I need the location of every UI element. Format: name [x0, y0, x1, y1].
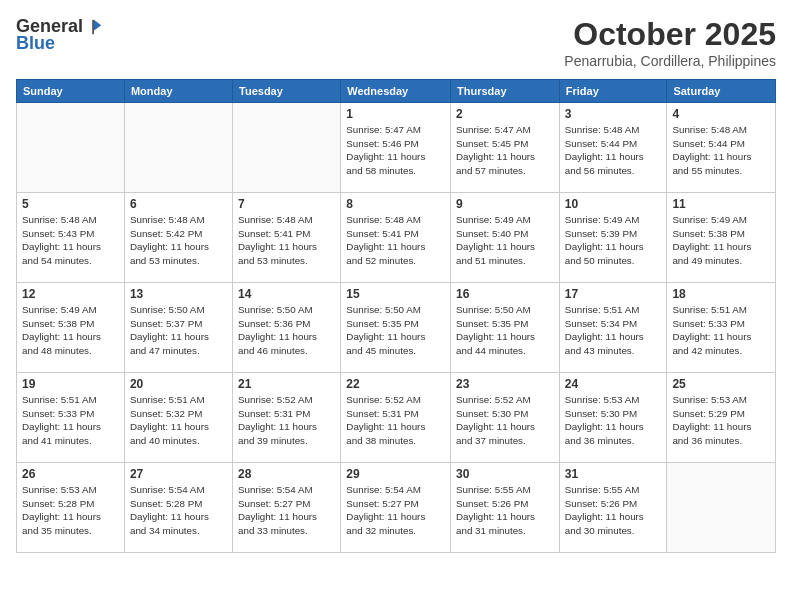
calendar-day-29: 29Sunrise: 5:54 AM Sunset: 5:27 PM Dayli… [341, 463, 451, 553]
calendar-day-4: 4Sunrise: 5:48 AM Sunset: 5:44 PM Daylig… [667, 103, 776, 193]
day-number: 5 [22, 197, 119, 211]
day-info: Sunrise: 5:53 AM Sunset: 5:29 PM Dayligh… [672, 393, 770, 448]
calendar-week-1: 5Sunrise: 5:48 AM Sunset: 5:43 PM Daylig… [17, 193, 776, 283]
day-number: 21 [238, 377, 335, 391]
day-info: Sunrise: 5:47 AM Sunset: 5:46 PM Dayligh… [346, 123, 445, 178]
weekday-header-monday: Monday [124, 80, 232, 103]
day-number: 24 [565, 377, 662, 391]
calendar-week-0: 1Sunrise: 5:47 AM Sunset: 5:46 PM Daylig… [17, 103, 776, 193]
day-info: Sunrise: 5:52 AM Sunset: 5:31 PM Dayligh… [238, 393, 335, 448]
day-info: Sunrise: 5:50 AM Sunset: 5:35 PM Dayligh… [456, 303, 554, 358]
day-info: Sunrise: 5:51 AM Sunset: 5:32 PM Dayligh… [130, 393, 227, 448]
day-number: 13 [130, 287, 227, 301]
calendar-day-2: 2Sunrise: 5:47 AM Sunset: 5:45 PM Daylig… [451, 103, 560, 193]
calendar-day-21: 21Sunrise: 5:52 AM Sunset: 5:31 PM Dayli… [233, 373, 341, 463]
weekday-header-tuesday: Tuesday [233, 80, 341, 103]
day-info: Sunrise: 5:48 AM Sunset: 5:41 PM Dayligh… [346, 213, 445, 268]
calendar-day-25: 25Sunrise: 5:53 AM Sunset: 5:29 PM Dayli… [667, 373, 776, 463]
location: Penarrubia, Cordillera, Philippines [564, 53, 776, 69]
svg-marker-0 [94, 19, 101, 30]
calendar-day-empty [667, 463, 776, 553]
day-info: Sunrise: 5:52 AM Sunset: 5:30 PM Dayligh… [456, 393, 554, 448]
day-number: 29 [346, 467, 445, 481]
calendar-day-15: 15Sunrise: 5:50 AM Sunset: 5:35 PM Dayli… [341, 283, 451, 373]
calendar-day-empty [124, 103, 232, 193]
weekday-header-wednesday: Wednesday [341, 80, 451, 103]
day-number: 14 [238, 287, 335, 301]
calendar-day-empty [17, 103, 125, 193]
day-number: 23 [456, 377, 554, 391]
day-number: 25 [672, 377, 770, 391]
weekday-header-friday: Friday [559, 80, 667, 103]
weekday-header-sunday: Sunday [17, 80, 125, 103]
day-number: 18 [672, 287, 770, 301]
day-info: Sunrise: 5:48 AM Sunset: 5:43 PM Dayligh… [22, 213, 119, 268]
logo-flag-icon [85, 18, 103, 36]
calendar-day-7: 7Sunrise: 5:48 AM Sunset: 5:41 PM Daylig… [233, 193, 341, 283]
calendar-day-empty [233, 103, 341, 193]
day-info: Sunrise: 5:50 AM Sunset: 5:36 PM Dayligh… [238, 303, 335, 358]
calendar-day-22: 22Sunrise: 5:52 AM Sunset: 5:31 PM Dayli… [341, 373, 451, 463]
day-info: Sunrise: 5:49 AM Sunset: 5:39 PM Dayligh… [565, 213, 662, 268]
day-info: Sunrise: 5:49 AM Sunset: 5:38 PM Dayligh… [22, 303, 119, 358]
calendar-day-26: 26Sunrise: 5:53 AM Sunset: 5:28 PM Dayli… [17, 463, 125, 553]
day-info: Sunrise: 5:53 AM Sunset: 5:28 PM Dayligh… [22, 483, 119, 538]
calendar-body: 1Sunrise: 5:47 AM Sunset: 5:46 PM Daylig… [17, 103, 776, 553]
logo: General Blue [16, 16, 103, 54]
day-info: Sunrise: 5:48 AM Sunset: 5:44 PM Dayligh… [565, 123, 662, 178]
day-info: Sunrise: 5:51 AM Sunset: 5:33 PM Dayligh… [672, 303, 770, 358]
day-number: 8 [346, 197, 445, 211]
calendar-day-9: 9Sunrise: 5:49 AM Sunset: 5:40 PM Daylig… [451, 193, 560, 283]
day-number: 3 [565, 107, 662, 121]
calendar-day-5: 5Sunrise: 5:48 AM Sunset: 5:43 PM Daylig… [17, 193, 125, 283]
day-number: 15 [346, 287, 445, 301]
day-info: Sunrise: 5:49 AM Sunset: 5:38 PM Dayligh… [672, 213, 770, 268]
calendar-day-16: 16Sunrise: 5:50 AM Sunset: 5:35 PM Dayli… [451, 283, 560, 373]
weekday-header-thursday: Thursday [451, 80, 560, 103]
day-info: Sunrise: 5:49 AM Sunset: 5:40 PM Dayligh… [456, 213, 554, 268]
day-number: 10 [565, 197, 662, 211]
calendar-day-8: 8Sunrise: 5:48 AM Sunset: 5:41 PM Daylig… [341, 193, 451, 283]
day-info: Sunrise: 5:50 AM Sunset: 5:37 PM Dayligh… [130, 303, 227, 358]
day-number: 6 [130, 197, 227, 211]
day-info: Sunrise: 5:54 AM Sunset: 5:28 PM Dayligh… [130, 483, 227, 538]
calendar-day-14: 14Sunrise: 5:50 AM Sunset: 5:36 PM Dayli… [233, 283, 341, 373]
calendar-day-18: 18Sunrise: 5:51 AM Sunset: 5:33 PM Dayli… [667, 283, 776, 373]
weekday-header-saturday: Saturday [667, 80, 776, 103]
day-number: 22 [346, 377, 445, 391]
day-info: Sunrise: 5:47 AM Sunset: 5:45 PM Dayligh… [456, 123, 554, 178]
day-info: Sunrise: 5:51 AM Sunset: 5:33 PM Dayligh… [22, 393, 119, 448]
calendar-day-28: 28Sunrise: 5:54 AM Sunset: 5:27 PM Dayli… [233, 463, 341, 553]
calendar-day-13: 13Sunrise: 5:50 AM Sunset: 5:37 PM Dayli… [124, 283, 232, 373]
calendar-week-2: 12Sunrise: 5:49 AM Sunset: 5:38 PM Dayli… [17, 283, 776, 373]
day-number: 16 [456, 287, 554, 301]
calendar-day-11: 11Sunrise: 5:49 AM Sunset: 5:38 PM Dayli… [667, 193, 776, 283]
day-number: 2 [456, 107, 554, 121]
day-number: 19 [22, 377, 119, 391]
calendar-day-19: 19Sunrise: 5:51 AM Sunset: 5:33 PM Dayli… [17, 373, 125, 463]
calendar-day-24: 24Sunrise: 5:53 AM Sunset: 5:30 PM Dayli… [559, 373, 667, 463]
day-number: 26 [22, 467, 119, 481]
month-title: October 2025 [564, 16, 776, 53]
calendar-day-23: 23Sunrise: 5:52 AM Sunset: 5:30 PM Dayli… [451, 373, 560, 463]
day-info: Sunrise: 5:48 AM Sunset: 5:41 PM Dayligh… [238, 213, 335, 268]
calendar-table: SundayMondayTuesdayWednesdayThursdayFrid… [16, 79, 776, 553]
day-number: 12 [22, 287, 119, 301]
day-info: Sunrise: 5:54 AM Sunset: 5:27 PM Dayligh… [238, 483, 335, 538]
day-number: 1 [346, 107, 445, 121]
day-number: 9 [456, 197, 554, 211]
day-info: Sunrise: 5:53 AM Sunset: 5:30 PM Dayligh… [565, 393, 662, 448]
calendar-day-20: 20Sunrise: 5:51 AM Sunset: 5:32 PM Dayli… [124, 373, 232, 463]
calendar-week-3: 19Sunrise: 5:51 AM Sunset: 5:33 PM Dayli… [17, 373, 776, 463]
day-info: Sunrise: 5:52 AM Sunset: 5:31 PM Dayligh… [346, 393, 445, 448]
svg-rect-1 [92, 19, 94, 33]
day-number: 30 [456, 467, 554, 481]
calendar-day-12: 12Sunrise: 5:49 AM Sunset: 5:38 PM Dayli… [17, 283, 125, 373]
logo-blue: Blue [16, 33, 55, 54]
calendar-day-10: 10Sunrise: 5:49 AM Sunset: 5:39 PM Dayli… [559, 193, 667, 283]
calendar-week-4: 26Sunrise: 5:53 AM Sunset: 5:28 PM Dayli… [17, 463, 776, 553]
day-info: Sunrise: 5:55 AM Sunset: 5:26 PM Dayligh… [565, 483, 662, 538]
calendar-day-3: 3Sunrise: 5:48 AM Sunset: 5:44 PM Daylig… [559, 103, 667, 193]
calendar-day-31: 31Sunrise: 5:55 AM Sunset: 5:26 PM Dayli… [559, 463, 667, 553]
day-number: 11 [672, 197, 770, 211]
